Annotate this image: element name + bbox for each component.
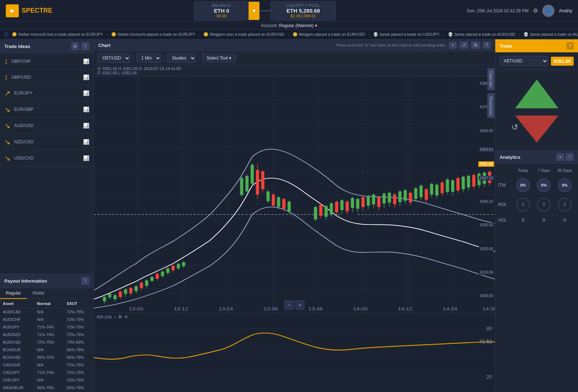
chart-settings-icon[interactable]: ⚙ — [471, 42, 480, 49]
chart-main[interactable]: 13:00 13:12 13:24 13:36 13:48 14:00 14:1… — [94, 77, 495, 313]
diamond-svg: ↺ — [504, 76, 569, 144]
ticker-item-1: 😊 Stefan Iricinschi lost a trade placed … — [12, 32, 103, 37]
table-row: CHF/JPYN/A72%-75% — [0, 376, 94, 384]
side-tabs: Calendar Timezones — [487, 68, 495, 118]
zoom-out-button[interactable]: − — [284, 300, 294, 310]
price-label-6300: 6300.00 — [479, 293, 494, 298]
col-today: Today — [513, 168, 534, 173]
timezones-tab[interactable]: Timezones — [487, 93, 495, 118]
rsi-up-icon[interactable]: ↑ — [114, 314, 116, 319]
chart-icon-5: 📊 — [83, 123, 89, 129]
rsi-settings-icon[interactable]: ⚙ — [118, 314, 122, 319]
studies-select[interactable]: Studies — [167, 53, 196, 63]
svg-rect-90 — [361, 197, 365, 207]
trade-name-5: AUD/USD — [14, 123, 83, 128]
timeframe-select[interactable]: 1 Min — [137, 53, 161, 63]
select-tool-label: Select Tool — [207, 56, 228, 61]
table-row: DASH/EUR56%-78%56%-78% — [0, 384, 94, 392]
list-item[interactable]: ↘ NZD/USD 📊 — [0, 134, 94, 150]
list-item[interactable]: ↕ GBP/USD 📊 — [0, 69, 94, 85]
table-row: AUD/CADN/A72%-75% — [0, 308, 94, 316]
zoom-controls: − + — [284, 300, 305, 310]
zoom-in-button[interactable]: + — [295, 300, 305, 310]
svg-rect-62 — [267, 191, 270, 201]
calendar-tab[interactable]: Calendar — [487, 68, 495, 90]
rsi-close-icon[interactable]: ✕ — [124, 314, 128, 319]
svg-text:13:12: 13:12 — [174, 306, 188, 312]
svg-rect-106 — [404, 190, 407, 201]
price-label-6340: 6340.23 — [479, 199, 494, 204]
cl-values: C: 6351.05 L: 6351.05 — [98, 71, 137, 75]
pair-select[interactable]: XBT/USD — [98, 53, 130, 63]
analytics-help-btn[interactable]: ? — [566, 153, 574, 161]
table-row: CAD/JPY71%-74%72%-75% — [0, 369, 94, 376]
tab-regular[interactable]: Regular — [0, 288, 27, 299]
analytics-title: Analytics — [500, 154, 521, 160]
trade-name-7: USD/CAD — [14, 156, 83, 161]
svg-rect-48 — [177, 264, 180, 268]
trade-ideas-help-icon[interactable]: ? — [81, 42, 89, 50]
trade-price: 6351.05 — [554, 58, 571, 64]
trade-icon-2: ↕ — [4, 73, 8, 81]
ohlc-info: O: 6351.05 H: 6351.05 D: 2018-07-15 14:4… — [94, 65, 495, 77]
price-label-6320: 6320.00 — [479, 247, 494, 251]
svg-rect-86 — [351, 198, 354, 208]
balance-eth: ETH 0 — [202, 8, 241, 14]
svg-rect-64 — [272, 195, 275, 206]
chart-icon-7: 📊 — [83, 155, 89, 161]
roi-label: ROI — [498, 202, 513, 207]
payout-tabs: Regular Wallet — [0, 288, 94, 299]
svg-rect-118 — [435, 185, 439, 196]
info-icon: ⓘ — [4, 32, 8, 37]
tab-wallet[interactable]: Wallet — [27, 288, 50, 299]
svg-text:14:12: 14:12 — [398, 306, 413, 312]
roi-today: 0 — [516, 198, 530, 212]
price-label-6310: 6310.00 — [479, 270, 494, 275]
add-order-btn[interactable]: + — [449, 42, 457, 49]
balance-dropdown[interactable]: ▼ — [249, 2, 259, 20]
list-item[interactable]: ↘ AUD/USD 📊 — [0, 118, 94, 134]
svg-rect-52 — [240, 178, 243, 195]
svg-rect-110 — [414, 188, 418, 199]
settings-icon[interactable]: ⚙ — [533, 7, 538, 14]
trade-icon-6: ↘ — [4, 138, 10, 146]
trade-name-4: EUR/GBP — [14, 107, 83, 112]
svg-text:14:36: 14:36 — [482, 306, 495, 312]
svg-rect-44 — [166, 269, 169, 273]
svg-rect-42 — [161, 271, 164, 276]
chart-link-icon[interactable]: ↗ — [460, 42, 468, 49]
trade-help-btn[interactable]: ? — [566, 42, 574, 49]
list-item[interactable]: ↕ GBP/CHF 📊 — [0, 53, 94, 69]
svg-rect-76 — [324, 206, 328, 217]
chart-help-btn[interactable]: ? — [483, 42, 491, 49]
list-item[interactable]: ↘ USD/CAD 📊 — [0, 150, 94, 166]
payout-panel: Payout Information ? Regular Wallet Asse… — [0, 274, 94, 392]
trade-ideas-title: Trade Ideas — [4, 44, 30, 49]
analytics-list-icon[interactable]: ≡ — [556, 153, 564, 161]
chevron-down-icon: ▾ — [229, 56, 231, 61]
svg-rect-104 — [398, 191, 402, 202]
price-label-6354: 6354.81 — [479, 147, 494, 152]
svg-rect-32 — [134, 286, 138, 291]
ticker: ⓘ 😊 Stefan Iricinschi lost a trade place… — [0, 30, 578, 39]
svg-rect-92 — [367, 196, 370, 206]
svg-rect-58 — [256, 170, 259, 195]
account-type[interactable]: Regular (Mainnet) ▾ — [279, 23, 317, 28]
table-row: AUD/NZD71%-74%72%-75% — [0, 331, 94, 339]
vol-label: VOL — [498, 218, 513, 223]
analytics-col-headers: Today 7 Days 30 Days — [498, 167, 575, 175]
svg-marker-154 — [515, 79, 558, 108]
trade-icon-1: ↕ — [4, 57, 8, 65]
svg-rect-80 — [335, 202, 338, 213]
select-tool-button[interactable]: Select Tool ▾ — [202, 54, 236, 62]
trade-pair-select[interactable]: XBT/USD — [500, 56, 548, 66]
svg-rect-40 — [156, 274, 159, 279]
ticker-sep-3: | — [288, 32, 289, 37]
payout-help-icon[interactable]: ? — [81, 277, 89, 285]
left-panel: Trade Ideas ⚙ ? ↕ GBP/CHF 📊 ↕ GBP/USD 📊 … — [0, 39, 94, 392]
list-item[interactable]: ↗ EUR/JPY 📊 — [0, 85, 94, 101]
ticker-item-7: 💀 Jamie placed a trade on AUD — [523, 32, 578, 37]
list-item[interactable]: ↘ EUR/GBP 📊 — [0, 101, 94, 118]
trade-ideas-settings-icon[interactable]: ⚙ — [71, 42, 79, 50]
svg-rect-74 — [319, 205, 323, 216]
